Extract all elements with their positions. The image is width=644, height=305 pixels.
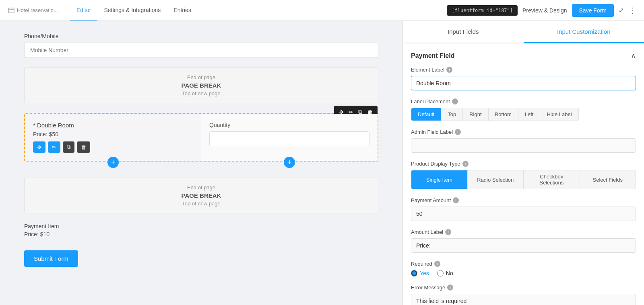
display-checkbox-btn[interactable]: Checkbox Selections <box>524 170 580 189</box>
placement-right-btn[interactable]: Right <box>463 108 488 121</box>
code-snippet[interactable]: [fluentform id="187"] <box>447 5 518 16</box>
page-break-1-start-label: Top of new page <box>31 90 372 96</box>
editor-area: Phone/Mobile End of page PAGE BREAK Top … <box>0 21 402 305</box>
amount-label-input[interactable] <box>411 238 636 253</box>
product-display-type-row: Product Display Type i Single Item Radio… <box>411 161 636 189</box>
payment-item-label: Payment Item <box>24 223 378 229</box>
field-toolbar-copy[interactable]: ⧉ <box>63 141 74 153</box>
display-single-item-btn[interactable]: Single Item <box>411 170 468 189</box>
phone-input[interactable] <box>24 43 378 58</box>
page-break-2-title: PAGE BREAK <box>31 192 372 199</box>
add-field-right-button[interactable]: + <box>284 157 295 168</box>
amount-label-row: Amount Label i <box>411 229 636 253</box>
admin-field-label-info-icon[interactable]: i <box>455 129 461 135</box>
phone-label: Phone/Mobile <box>24 33 378 39</box>
required-yes-text: Yes <box>420 270 429 276</box>
required-row: Required i Yes No <box>411 261 636 276</box>
page-break-1-end-label: End of page <box>31 74 372 80</box>
nav-tab-settings[interactable]: Settings & Integrations <box>97 0 167 20</box>
payment-item-section: Payment Item Price: $10 <box>24 223 378 237</box>
error-message-row: Error Message i <box>411 285 636 305</box>
page-break-2: End of page PAGE BREAK Top of new page <box>24 178 378 213</box>
error-message-info-icon[interactable]: i <box>447 285 453 291</box>
payment-amount-input[interactable] <box>411 207 636 221</box>
error-message-input[interactable] <box>411 294 636 305</box>
field-toolbar-move[interactable]: ✥ <box>33 141 45 153</box>
admin-field-label-input[interactable] <box>411 138 636 153</box>
page-break-1: End of page PAGE BREAK Top of new page <box>24 68 378 103</box>
nav-right: [fluentform id="187"] Preview & Design S… <box>447 4 636 17</box>
field-toolbar-edit[interactable]: ✏ <box>48 141 60 153</box>
payment-card: ✥ ✏ ⧉ 🗑 * Double Room Price: $50 ✥ ✏ ⧉ 🗑… <box>24 113 378 162</box>
phone-field-group: Phone/Mobile <box>24 33 378 58</box>
panel-tabs: Input Fields Input Customization <box>403 21 644 43</box>
nav-tab-entries[interactable]: Entries <box>167 0 198 20</box>
payment-amount-row: Payment Amount i <box>411 197 636 221</box>
add-field-center-button[interactable]: + <box>107 157 119 168</box>
product-display-type-label: Product Display Type i <box>411 161 636 167</box>
admin-field-label-row: Admin Field Label i <box>411 129 636 153</box>
product-display-type-group: Single Item Radio Selection Checkbox Sel… <box>411 170 636 189</box>
error-message-label: Error Message i <box>411 285 636 291</box>
tab-input-fields[interactable]: Input Fields <box>403 21 524 43</box>
placement-bottom-btn[interactable]: Bottom <box>489 108 518 121</box>
required-yes-radio[interactable] <box>411 270 417 276</box>
panel-body: Payment Field ∧ Element Label i Label Pl… <box>403 43 644 305</box>
submit-form-button[interactable]: Submit Form <box>24 250 78 267</box>
required-no-label[interactable]: No <box>437 270 453 276</box>
nav-tabs: Editor Settings & Integrations Entries <box>70 0 198 20</box>
placement-hide-btn[interactable]: Hide Label <box>540 108 578 121</box>
label-placement-info-icon[interactable]: i <box>452 98 458 104</box>
admin-field-label-label: Admin Field Label i <box>411 129 636 135</box>
payment-qty-input[interactable] <box>209 131 369 146</box>
tab-input-customization[interactable]: Input Customization <box>524 21 644 43</box>
payment-item-price: Price: $10 <box>24 231 378 237</box>
top-nav: Hotel reservatio... Editor Settings & In… <box>0 0 644 21</box>
label-placement-label: Label Placement i <box>411 98 636 104</box>
amount-label-info-icon[interactable]: i <box>445 229 451 235</box>
save-form-button[interactable]: Save Form <box>572 4 614 17</box>
label-placement-row: Label Placement i Default Top Right Bott… <box>411 98 636 121</box>
placement-default-btn[interactable]: Default <box>411 108 441 121</box>
preview-design-button[interactable]: Preview & Design <box>522 7 567 14</box>
nav-tab-editor[interactable]: Editor <box>70 0 98 20</box>
collapse-button[interactable]: ∧ <box>631 51 636 60</box>
payment-inner: * Double Room Price: $50 ✥ ✏ ⧉ 🗑 + Quant… <box>25 114 378 161</box>
required-radio-group: Yes No <box>411 270 636 276</box>
display-select-btn[interactable]: Select Fields <box>580 170 636 189</box>
placement-left-btn[interactable]: Left <box>518 108 541 121</box>
payment-right: Quantity + <box>201 114 378 161</box>
element-label-info-icon[interactable]: i <box>446 67 452 73</box>
required-info-icon[interactable]: i <box>434 261 440 267</box>
label-placement-group: Default Top Right Bottom Left Hide Label <box>411 108 579 121</box>
required-no-radio[interactable] <box>437 270 444 276</box>
required-yes-label[interactable]: Yes <box>411 270 429 276</box>
required-label: Required i <box>411 261 636 267</box>
page-break-2-start-label: Top of new page <box>31 201 372 207</box>
page-break-2-end-label: End of page <box>31 184 372 190</box>
amount-label-label: Amount Label i <box>411 229 636 235</box>
more-options-button[interactable]: ⋮ <box>629 6 636 15</box>
payment-price: Price: $50 <box>33 131 193 137</box>
element-label-label: Element Label i <box>411 67 636 73</box>
product-display-type-info-icon[interactable]: i <box>462 161 469 167</box>
page-break-1-title: PAGE BREAK <box>31 82 372 89</box>
required-no-text: No <box>446 270 453 276</box>
main-layout: Phone/Mobile End of page PAGE BREAK Top … <box>0 21 644 305</box>
payment-qty-label: Quantity <box>209 122 369 128</box>
payment-left: * Double Room Price: $50 ✥ ✏ ⧉ 🗑 + <box>25 114 201 161</box>
payment-amount-info-icon[interactable]: i <box>453 197 459 203</box>
element-label-input[interactable] <box>411 76 636 90</box>
nav-logo: Hotel reservatio... <box>8 7 58 14</box>
section-header: Payment Field ∧ <box>411 51 636 60</box>
placement-top-btn[interactable]: Top <box>441 108 463 121</box>
expand-button[interactable]: ⤢ <box>619 6 624 14</box>
display-radio-btn[interactable]: Radio Selection <box>468 170 524 189</box>
right-panel: Input Fields Input Customization Payment… <box>402 21 644 305</box>
field-toolbar: ✥ ✏ ⧉ 🗑 <box>33 141 193 153</box>
svg-rect-0 <box>8 8 14 13</box>
nav-logo-text: Hotel reservatio... <box>17 7 58 13</box>
field-toolbar-delete[interactable]: 🗑 <box>77 141 90 153</box>
payment-product-name: * Double Room <box>33 122 193 129</box>
element-label-row: Element Label i <box>411 67 636 90</box>
